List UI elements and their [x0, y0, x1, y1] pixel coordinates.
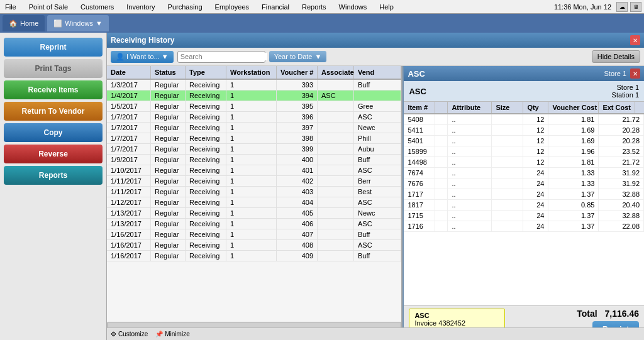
detail-cell-flag [435, 200, 448, 210]
menu-pos[interactable]: Point of Sale [26, 2, 70, 12]
reprint-button[interactable]: Reprint [4, 38, 103, 57]
cell-voucher: 405 [277, 208, 318, 218]
detail-row[interactable]: 1715 .. 24 1.37 32.88 [404, 211, 644, 221]
detail-cell-flag [435, 178, 448, 189]
table-row[interactable]: 1/5/2017 Regular Receiving 1 395 Gree [107, 101, 401, 112]
detail-close-button[interactable]: ✕ [630, 69, 640, 79]
main-table-container: Date Status Type Workstation Voucher # A… [107, 66, 402, 340]
menu-reports[interactable]: Reports [299, 2, 329, 12]
cell-date: 1/11/2017 [107, 187, 151, 197]
table-row[interactable]: 1/7/2017 Regular Receiving 1 396 ASC [107, 112, 401, 123]
cell-date: 1/9/2017 [107, 155, 151, 165]
table-row[interactable]: 1/16/2017 Regular Receiving 1 407 Buff [107, 229, 401, 240]
detail-cell-attr: .. [448, 189, 492, 199]
detail-row[interactable]: 5401 .. 12 1.69 20.28 [404, 136, 644, 146]
return-to-vendor-button[interactable]: Return To Vendor [4, 102, 103, 121]
detail-cell-flag [435, 114, 448, 124]
sidebar: Reprint Print Tags Receive Items Return … [0, 33, 107, 340]
menu-right: 11:36 Mon, Jun 12 ☁ 🖥 [554, 2, 641, 12]
table-row[interactable]: 1/3/2017 Regular Receiving 1 393 Buff [107, 80, 401, 90]
hide-details-button[interactable]: Hide Details [592, 50, 640, 63]
detail-row[interactable]: 1716 .. 24 1.37 22.08 [404, 221, 644, 232]
detail-row[interactable]: 1717 .. 24 1.37 32.88 [404, 189, 644, 200]
cell-vendor: ASC [354, 219, 401, 229]
detail-cell-extcost: 31.92 [599, 168, 644, 178]
table-row[interactable]: 1/12/2017 Regular Receiving 1 404 ASC [107, 197, 401, 208]
cell-workstation: 1 [226, 208, 277, 218]
col-vendor: Vend [354, 66, 401, 79]
table-row[interactable]: 1/16/2017 Regular Receiving 1 409 Buff [107, 251, 401, 261]
cell-voucher: 408 [277, 240, 318, 250]
cell-vendor: Aubu [354, 144, 401, 154]
table-row[interactable]: 1/16/2017 Regular Receiving 1 408 ASC [107, 240, 401, 251]
menu-financial[interactable]: Financial [259, 2, 292, 12]
col-associate: Associate [318, 66, 354, 79]
detail-row[interactable]: 5408 .. 12 1.81 21.72 [404, 114, 644, 125]
reverse-button[interactable]: Reverse [4, 145, 103, 163]
home-tab[interactable]: 🏠 Home [3, 15, 45, 31]
detail-row[interactable]: 7676 .. 24 1.33 31.92 [404, 178, 644, 189]
reports-button[interactable]: Reports [4, 166, 103, 185]
cell-status: Regular [151, 229, 186, 239]
table-row[interactable]: 1/13/2017 Regular Receiving 1 406 ASC [107, 219, 401, 229]
detail-cell-qty: 24 [523, 200, 548, 210]
copy-button[interactable]: Copy [4, 123, 103, 142]
detail-cell-item: 5401 [404, 136, 435, 146]
table-row[interactable]: 1/7/2017 Regular Receiving 1 399 Aubu [107, 144, 401, 155]
cell-voucher: 398 [277, 133, 318, 143]
cell-voucher: 395 [277, 101, 318, 111]
cell-associate [318, 80, 354, 90]
table-header: Date Status Type Workstation Voucher # A… [107, 66, 401, 80]
table-row[interactable]: 1/4/2017 Regular Receiving 1 394 ASC [107, 90, 401, 101]
detail-title-right: Store 1 ✕ [604, 69, 640, 79]
cell-vendor: Berr [354, 176, 401, 186]
menu-customers[interactable]: Customers [78, 2, 116, 12]
receive-items-button[interactable]: Receive Items [4, 80, 103, 99]
cell-date: 1/13/2017 [107, 219, 151, 229]
date-dropdown-button[interactable]: Year to Date ▼ [269, 51, 327, 62]
windows-tab[interactable]: ⬜ Windows ▼ [47, 15, 109, 31]
cell-status: Regular [151, 176, 186, 186]
detail-row[interactable]: 14498 .. 12 1.81 21.72 [404, 157, 644, 168]
cell-type: Receiving [186, 240, 226, 250]
table-row[interactable]: 1/11/2017 Regular Receiving 1 402 Berr [107, 176, 401, 187]
cell-date: 1/16/2017 [107, 229, 151, 239]
menu-purchasing[interactable]: Purchasing [165, 2, 205, 12]
menu-inventory[interactable]: Inventory [124, 2, 157, 12]
detail-cell-flag [435, 168, 448, 178]
detail-cell-item: 1717 [404, 189, 435, 199]
menu-file[interactable]: File [3, 2, 19, 12]
table-row[interactable]: 1/9/2017 Regular Receiving 1 400 Buff [107, 155, 401, 165]
cell-vendor: ASC [354, 165, 401, 175]
detail-cell-qty: 24 [523, 221, 548, 231]
detail-cell-flag [435, 221, 448, 231]
table-body[interactable]: 1/3/2017 Regular Receiving 1 393 Buff 1/… [107, 80, 401, 321]
minimize-button[interactable]: 📌 Minimize [155, 331, 189, 337]
window-close-button[interactable]: ✕ [630, 35, 640, 45]
cloud-icon[interactable]: ☁ [616, 2, 628, 12]
menu-employees[interactable]: Employees [213, 2, 252, 12]
menu-windows[interactable]: Windows [336, 2, 370, 12]
table-row[interactable]: 1/13/2017 Regular Receiving 1 405 Newc [107, 208, 401, 219]
iwant-button[interactable]: 👤 I Want to... ▼ [111, 51, 174, 63]
customize-button[interactable]: ⚙ Customize [111, 331, 148, 337]
detail-row[interactable]: 15899 .. 12 1.96 23.52 [404, 146, 644, 157]
menu-help[interactable]: Help [377, 2, 396, 12]
table-row[interactable]: 1/7/2017 Regular Receiving 1 397 Newc [107, 123, 401, 133]
cell-associate [318, 112, 354, 122]
table-row[interactable]: 1/11/2017 Regular Receiving 1 403 Best [107, 187, 401, 197]
search-input[interactable] [180, 53, 267, 60]
detail-body[interactable]: 5408 .. 12 1.81 21.72 5411 .. 12 1.69 20… [404, 114, 644, 305]
table-row[interactable]: 1/10/2017 Regular Receiving 1 401 ASC [107, 165, 401, 176]
print-tags-button[interactable]: Print Tags [4, 59, 103, 78]
monitor-icon[interactable]: 🖥 [630, 2, 641, 12]
cell-vendor: Newc [354, 208, 401, 218]
detail-row[interactable]: 1817 .. 24 0.85 20.40 [404, 200, 644, 211]
detail-cell-item: 5408 [404, 114, 435, 124]
detail-row[interactable]: 7674 .. 24 1.33 31.92 [404, 168, 644, 178]
col-date: Date [107, 66, 151, 79]
cell-type: Receiving [186, 208, 226, 218]
cell-associate [318, 219, 354, 229]
detail-row[interactable]: 5411 .. 12 1.69 20.28 [404, 125, 644, 136]
table-row[interactable]: 1/7/2017 Regular Receiving 1 398 Phill [107, 133, 401, 144]
